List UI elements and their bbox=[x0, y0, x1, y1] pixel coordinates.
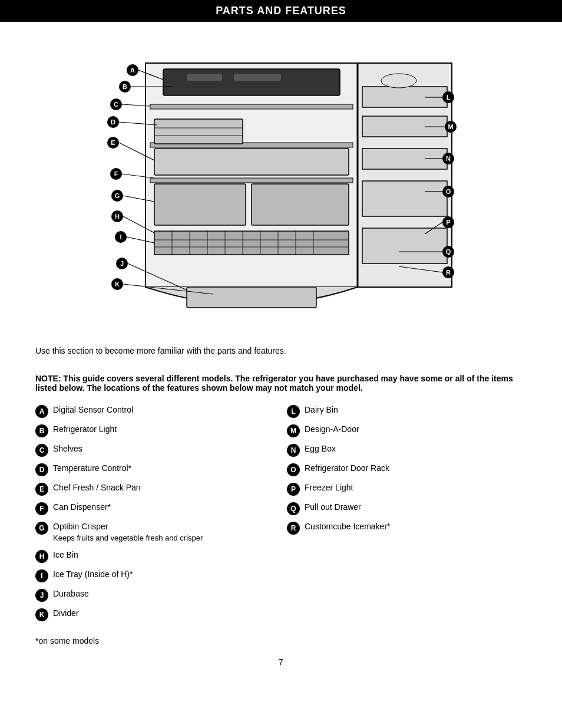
part-label: Freezer Light bbox=[305, 482, 527, 494]
part-label: Divider bbox=[53, 608, 275, 620]
svg-point-34 bbox=[381, 74, 416, 88]
part-item: C Shelves bbox=[35, 443, 275, 457]
svg-text:E: E bbox=[111, 139, 115, 146]
part-item: H Ice Bin bbox=[35, 549, 275, 563]
svg-rect-17 bbox=[154, 231, 349, 255]
part-label: Ice Tray (Inside of H)* bbox=[53, 569, 275, 581]
part-item: N Egg Box bbox=[287, 443, 527, 457]
part-label: Design-A-Door bbox=[305, 424, 527, 436]
svg-text:M: M bbox=[448, 123, 453, 130]
part-label: Ice Bin bbox=[53, 549, 275, 561]
svg-text:B: B bbox=[123, 83, 127, 90]
part-item: O Refrigerator Door Rack bbox=[287, 463, 527, 476]
part-item: R Customcube Icemaker* bbox=[287, 521, 527, 535]
svg-rect-7 bbox=[362, 228, 447, 263]
svg-rect-12 bbox=[187, 74, 222, 81]
part-label: Durabase bbox=[53, 588, 275, 600]
part-item: B Refrigerator Light bbox=[35, 424, 275, 437]
part-item: D Temperature Control* bbox=[35, 463, 275, 476]
parts-right-col: L Dairy Bin M Design-A-Door N Egg Box O … bbox=[287, 404, 527, 627]
intro-text: Use this section to become more familiar… bbox=[35, 346, 527, 355]
part-item: J Durabase bbox=[35, 588, 275, 602]
svg-text:L: L bbox=[447, 94, 451, 101]
part-item: P Freezer Light bbox=[287, 482, 527, 496]
part-badge: O bbox=[287, 463, 300, 476]
part-badge: B bbox=[35, 424, 48, 437]
svg-text:C: C bbox=[114, 101, 118, 108]
svg-text:I: I bbox=[120, 233, 121, 241]
svg-text:H: H bbox=[115, 213, 120, 220]
part-item: G Optibin CrisperKeeps fruits and vegeta… bbox=[35, 521, 275, 543]
svg-text:P: P bbox=[446, 219, 450, 226]
svg-text:J: J bbox=[120, 260, 124, 267]
part-item: I Ice Tray (Inside of H)* bbox=[35, 569, 275, 582]
part-badge: H bbox=[35, 550, 48, 563]
part-label: Refrigerator Door Rack bbox=[305, 463, 527, 475]
part-badge: J bbox=[35, 589, 48, 602]
page-header: PARTS AND FEATURES bbox=[0, 0, 562, 22]
svg-text:R: R bbox=[446, 269, 451, 276]
part-badge: E bbox=[35, 483, 48, 496]
svg-text:A: A bbox=[130, 67, 135, 74]
part-item: A Digital Sensor Control bbox=[35, 404, 275, 418]
part-label: Refrigerator Light bbox=[53, 424, 275, 436]
svg-text:Q: Q bbox=[446, 248, 451, 255]
svg-rect-6 bbox=[362, 181, 447, 216]
part-badge: I bbox=[35, 569, 48, 582]
svg-rect-13 bbox=[234, 74, 281, 81]
part-badge: K bbox=[35, 608, 48, 621]
part-item: K Divider bbox=[35, 608, 275, 621]
part-subtext: Keeps fruits and vegetable fresh and cri… bbox=[53, 533, 275, 543]
svg-text:G: G bbox=[115, 192, 120, 199]
fridge-svg: A B C D E F G H I J bbox=[69, 28, 493, 334]
svg-rect-11 bbox=[163, 69, 340, 95]
part-label: Customcube Icemaker* bbox=[305, 521, 527, 533]
svg-rect-14 bbox=[154, 149, 349, 175]
part-label: Shelves bbox=[53, 443, 275, 455]
page-title: PARTS AND FEATURES bbox=[216, 5, 346, 17]
part-badge: P bbox=[287, 483, 300, 496]
part-label: Optibin CrisperKeeps fruits and vegetabl… bbox=[53, 521, 275, 543]
svg-rect-29 bbox=[187, 287, 316, 308]
part-item: L Dairy Bin bbox=[287, 404, 527, 418]
part-label: Egg Box bbox=[305, 443, 527, 455]
part-item: E Chef Fresh / Snack Pan bbox=[35, 482, 275, 496]
svg-text:N: N bbox=[446, 155, 451, 162]
svg-rect-8 bbox=[150, 104, 353, 109]
footnote: *on some models bbox=[35, 636, 527, 645]
svg-rect-10 bbox=[150, 178, 353, 183]
part-badge: Q bbox=[287, 502, 300, 515]
svg-text:D: D bbox=[111, 118, 115, 126]
part-label: Can Dispenser* bbox=[53, 502, 275, 513]
parts-left-col: A Digital Sensor Control B Refrigerator … bbox=[35, 404, 275, 627]
part-badge: L bbox=[287, 405, 300, 418]
part-item: Q Pull out Drawer bbox=[287, 502, 527, 515]
part-label: Digital Sensor Control bbox=[53, 404, 275, 416]
part-label: Chef Fresh / Snack Pan bbox=[53, 482, 275, 494]
part-label: Dairy Bin bbox=[305, 404, 527, 416]
part-item: M Design-A-Door bbox=[287, 424, 527, 437]
part-badge: M bbox=[287, 424, 300, 437]
part-badge: C bbox=[35, 444, 48, 457]
note-text: NOTE: This guide covers several differen… bbox=[35, 374, 527, 393]
svg-text:O: O bbox=[446, 188, 451, 195]
svg-rect-15 bbox=[154, 184, 246, 225]
part-badge: R bbox=[287, 522, 300, 535]
part-label: Pull out Drawer bbox=[305, 502, 527, 513]
fridge-diagram: A B C D E F G H I J bbox=[69, 28, 493, 334]
svg-rect-16 bbox=[252, 184, 349, 225]
svg-rect-30 bbox=[154, 119, 243, 144]
part-badge: D bbox=[35, 463, 48, 476]
parts-list: A Digital Sensor Control B Refrigerator … bbox=[35, 404, 527, 627]
part-badge: A bbox=[35, 405, 48, 418]
part-label: Temperature Control* bbox=[53, 463, 275, 475]
page-number: 7 bbox=[0, 657, 562, 667]
part-badge: G bbox=[35, 522, 48, 535]
svg-text:K: K bbox=[115, 281, 120, 288]
part-badge: F bbox=[35, 502, 48, 515]
svg-text:F: F bbox=[114, 170, 118, 177]
part-badge: N bbox=[287, 444, 300, 457]
part-item: F Can Dispenser* bbox=[35, 502, 275, 515]
